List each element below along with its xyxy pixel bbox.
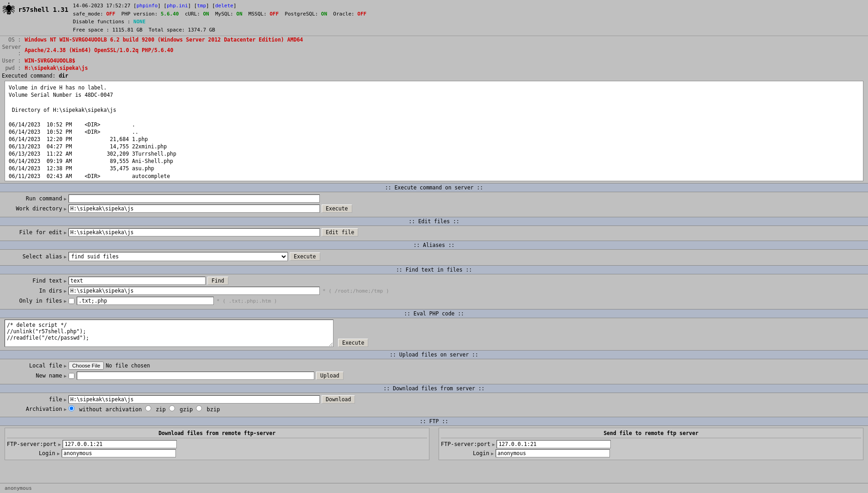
archivation-arrow: ▶ [64, 407, 67, 412]
os-value: Windows NT WIN-SVRGO4UOOLB 6.2 build 920… [25, 37, 303, 43]
execute-alias-button[interactable]: Execute [290, 252, 320, 261]
arch-zip-radio[interactable] [145, 405, 151, 411]
work-directory-row: Work directory ▶ Execute [5, 204, 863, 214]
os-label: OS : [0, 36, 23, 43]
find-button[interactable]: Find [207, 277, 228, 285]
only-in-files-input[interactable] [77, 297, 214, 305]
find-text-input[interactable] [69, 277, 206, 285]
user-label: User : [0, 57, 23, 64]
find-text-arrow: ▶ [64, 278, 67, 283]
header-line4: Free space : 1115.81 GB Total space: 137… [73, 26, 865, 34]
pwd-label: pwd : [0, 64, 23, 72]
arch-without-radio[interactable] [69, 405, 74, 411]
download-section: file ▶ Download Archivation ▶ without ar… [0, 393, 868, 415]
delete-link[interactable]: delete [215, 3, 233, 9]
execute-section-header: :: Execute command on server :: [0, 183, 868, 192]
phpinfo-link[interactable]: phpinfo [137, 3, 158, 9]
select-alias-row: Select alias ▶ find suid files Execute [5, 251, 863, 262]
find-text-label: Find text [5, 278, 64, 284]
work-directory-label: Work directory [5, 205, 64, 212]
datetime: 14-06-2023 17:52:27 [73, 3, 131, 9]
tmp-link[interactable]: tmp [197, 3, 206, 9]
curl-value: ON [203, 11, 209, 17]
upload-button[interactable]: Upload [316, 372, 344, 380]
select-alias-label: Select alias [5, 253, 64, 260]
postgresql-value: ON [321, 11, 327, 17]
download-button[interactable]: Download [322, 395, 355, 404]
edit-files-section-header: :: Edit files :: [0, 217, 868, 226]
arch-bzip-radio[interactable] [196, 405, 202, 411]
header-info: 14-06-2023 17:52:27 [phpinfo] [php.ini] … [73, 2, 865, 34]
new-name-checkbox[interactable] [69, 373, 74, 379]
arch-gzip-label: gzip [169, 405, 193, 413]
in-dirs-note: * ( /root;/home;/tmp ) [323, 288, 389, 294]
ftp-upload-server-input[interactable] [497, 440, 611, 448]
find-text-section: Find text ▶ Find In dirs ▶ * ( /root;/ho… [0, 274, 868, 307]
only-in-files-checkbox[interactable] [69, 298, 74, 304]
safe-mode-value: OFF [106, 11, 115, 17]
ftp-download-login-input[interactable] [62, 449, 176, 457]
archivation-row: Archivation ▶ without archivation zip gz… [5, 404, 863, 414]
server-label: Server : [0, 43, 23, 57]
user-value: WIN-SVRGO4UOOLB$ [25, 58, 75, 64]
spider-icon: 🕷 [3, 2, 16, 17]
ftp-download-panel: Download files from remote ftp-server FT… [5, 428, 429, 460]
cmd-output[interactable]: Volume in drive H has no label. Volume S… [5, 81, 863, 181]
archivation-label: Archivation [5, 406, 64, 412]
run-command-arrow: ▶ [64, 196, 67, 201]
work-directory-input[interactable] [69, 205, 320, 213]
new-name-label: New name [5, 372, 64, 379]
local-file-row: Local file ▶ [5, 361, 863, 371]
file-for-edit-arrow: ▶ [64, 230, 67, 235]
execute-section: Run command ▶ Work directory ▶ Execute [0, 192, 868, 215]
in-dirs-label: In dirs [5, 288, 64, 294]
ftp-upload-server-row: FTP-server:port ▶ [441, 440, 861, 449]
ftp-download-server-label: FTP-server:port [7, 441, 58, 447]
execute-command-button[interactable]: Execute [322, 205, 352, 213]
find-text-row: Find text ▶ Find [5, 276, 863, 286]
server-value: Apache/2.4.38 (Win64) OpenSSL/1.0.2q PHP… [25, 47, 173, 53]
header-line1: 14-06-2023 17:52:27 [phpinfo] [php.ini] … [73, 2, 865, 10]
arch-zip-label: zip [145, 405, 166, 413]
phpini-link[interactable]: php.ini [167, 3, 188, 9]
upload-section-header: :: Upload files on server :: [0, 350, 868, 359]
download-file-input[interactable] [69, 395, 320, 404]
ftp-upload-title: Send file to remote ftp server [441, 430, 861, 438]
in-dirs-input[interactable] [69, 287, 320, 295]
ftp-download-server-input[interactable] [63, 440, 177, 448]
disable-functions-value: NONE [133, 19, 146, 25]
file-for-edit-label: File for edit [5, 229, 64, 236]
in-dirs-row: In dirs ▶ * ( /root;/home;/tmp ) [5, 286, 863, 296]
file-for-edit-row: File for edit ▶ Edit file [5, 227, 863, 237]
app-title: r57shell 1.31 [18, 6, 69, 13]
alias-select[interactable]: find suid files [69, 252, 288, 261]
download-section-header: :: Download files from server :: [0, 384, 868, 393]
file-for-edit-input[interactable] [69, 228, 320, 236]
eval-textarea[interactable]: /* delete script */ //unlink("r57shell.p… [5, 320, 333, 347]
footer: anonymous [0, 483, 868, 493]
run-command-row: Run command ▶ [5, 194, 863, 204]
download-file-arrow: ▶ [64, 397, 67, 402]
eval-execute-button[interactable]: Execute [338, 339, 368, 347]
ftp-upload-login-input[interactable] [496, 449, 610, 457]
new-name-arrow: ▶ [64, 373, 67, 378]
local-file-input[interactable] [69, 362, 176, 370]
pwd-value: H:\sipekak\sipeka\js [25, 65, 88, 71]
ftp-upload-server-label: FTP-server:port [441, 441, 492, 447]
in-dirs-arrow: ▶ [64, 288, 67, 294]
header-line2: safe_mode: OFF PHP version: 5.6.40 cURL:… [73, 10, 865, 18]
select-alias-arrow: ▶ [64, 254, 67, 259]
only-in-files-arrow: ▶ [64, 299, 67, 304]
header: 🕷 r57shell 1.31 14-06-2023 17:52:27 [php… [0, 0, 868, 36]
edit-file-button[interactable]: Edit file [322, 228, 358, 236]
arch-bzip-label: bzip [196, 405, 220, 413]
edit-files-section: File for edit ▶ Edit file [0, 226, 868, 239]
run-command-input[interactable] [69, 194, 320, 203]
php-version-value: 5.6.40 [161, 11, 179, 17]
oracle-value: OFF [357, 11, 366, 17]
eval-section: /* delete script */ //unlink("r57shell.p… [0, 318, 868, 348]
free-space-value: 1115.81 GB [112, 27, 143, 33]
local-file-label: Local file [5, 362, 64, 369]
new-name-input[interactable] [77, 372, 314, 380]
arch-gzip-radio[interactable] [169, 405, 175, 411]
